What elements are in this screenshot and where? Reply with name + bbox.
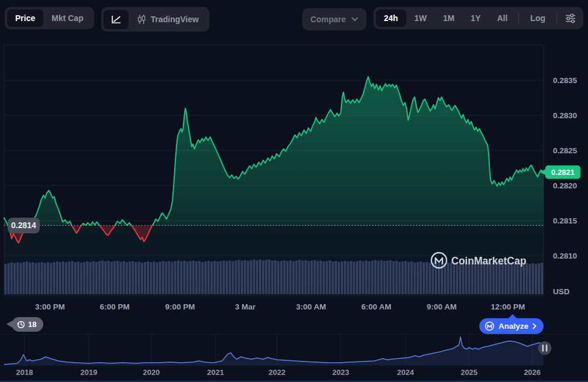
chevron-down-icon: [351, 17, 358, 22]
chart-settings-button[interactable]: [560, 10, 581, 27]
current-price-badge: 0.2821: [540, 166, 580, 179]
range-24h-button[interactable]: 24h: [376, 9, 406, 27]
y-axis-label: 0.2825: [553, 146, 577, 155]
chart-toolbar: Price Mkt Cap Tradi: [5, 7, 583, 32]
log-scale-button[interactable]: Log: [522, 9, 554, 27]
candlestick-icon: [137, 14, 146, 25]
chart-plot-area[interactable]: [4, 45, 544, 295]
x-axis-tick-label: 9:00 AM: [427, 302, 456, 311]
y-axis-label: 0.2815: [553, 216, 577, 225]
navigator[interactable]: [4, 335, 544, 366]
range-1m-button[interactable]: 1M: [435, 9, 462, 27]
x-axis-tick-label: 3:00 AM: [296, 302, 326, 311]
navigator-year-label: 2026: [524, 368, 541, 377]
y-axis-labels: 0.28350.28300.28250.28200.28150.2810USD: [553, 76, 577, 296]
current-price-text: 0.2821: [551, 168, 575, 177]
range-all-button[interactable]: All: [489, 9, 516, 27]
analyze-button[interactable]: Analyze: [479, 318, 544, 334]
chart-type-toggle: TradingView: [101, 7, 209, 32]
chevron-right-icon: [532, 323, 537, 329]
currency-label: USD: [553, 287, 570, 296]
drawing-history-button[interactable]: 18: [12, 317, 43, 332]
coinmarketcap-logo-icon: [485, 321, 494, 331]
toolbar-left-group: Price Mkt Cap Tradi: [5, 7, 209, 32]
x-axis-tick-label: 6:00 AM: [361, 302, 391, 311]
price-tab[interactable]: Price: [7, 9, 43, 27]
compare-label: Compare: [310, 15, 346, 24]
price-mktcap-toggle: Price Mkt Cap: [5, 7, 94, 29]
x-axis-tick-label: 9:00 PM: [165, 302, 195, 311]
toolbar-right-group: Compare 24h 1W 1M 1Y All Log: [302, 7, 583, 30]
line-chart-icon: [110, 15, 122, 25]
analyze-label: Analyze: [499, 322, 528, 331]
x-axis-tick-label: 12:00 PM: [491, 302, 525, 311]
y-axis-label: 0.2835: [553, 76, 577, 85]
compare-button[interactable]: Compare: [302, 8, 366, 30]
toolbar-divider: [518, 13, 519, 23]
line-chart-type-button[interactable]: [103, 10, 129, 29]
chart-page: Price Mkt Cap Tradi: [0, 0, 588, 382]
y-axis-label: 0.2810: [553, 252, 577, 260]
navigator-year-label: 2025: [461, 368, 478, 377]
toolbar-divider: [556, 13, 557, 23]
navigator-year-label: 2023: [332, 368, 349, 377]
navigator-year-label: 2018: [16, 368, 33, 377]
x-axis-tick-label: 3 Mar: [235, 302, 256, 311]
mktcap-tab[interactable]: Mkt Cap: [43, 9, 91, 27]
x-axis-tick-label: 3:00 PM: [35, 302, 65, 311]
tradingview-button[interactable]: TradingView: [129, 9, 207, 29]
navigator-year-label: 2022: [269, 368, 286, 377]
range-1w-button[interactable]: 1W: [406, 9, 435, 27]
tradingview-label: TradingView: [151, 15, 199, 23]
navigator-year-label: 2019: [80, 368, 97, 377]
range-selector: 24h 1W 1M 1Y All Log: [373, 7, 583, 29]
y-axis-label: 0.2820: [553, 181, 577, 190]
y-axis-label: 0.2830: [553, 111, 577, 120]
navigator-year-label: 2024: [397, 368, 414, 377]
x-axis-labels: 3:00 PM6:00 PM9:00 PM3 Mar3:00 AM6:00 AM…: [35, 302, 525, 311]
sliders-icon: [565, 13, 576, 23]
handle-grip-icon: [546, 345, 548, 352]
navigator-year-label: 2020: [143, 368, 160, 377]
x-axis-tick-label: 6:00 PM: [100, 302, 130, 311]
history-clock-icon: [16, 320, 25, 329]
navigator-year-label: 2021: [207, 368, 224, 377]
history-count: 18: [28, 320, 36, 329]
range-1y-button[interactable]: 1Y: [462, 9, 489, 27]
